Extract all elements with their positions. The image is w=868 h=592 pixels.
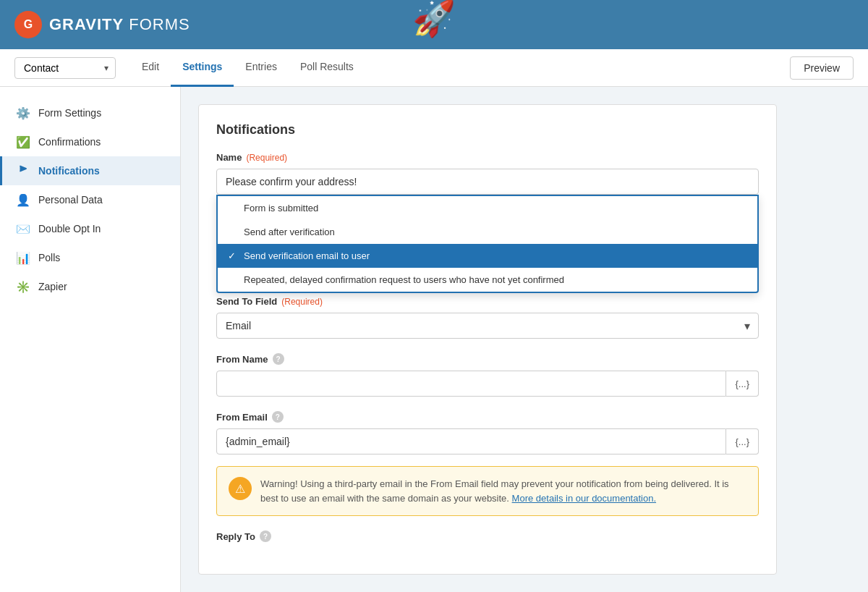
chart-icon: 📊 [17,251,30,264]
from-email-label: From Email ? [216,411,759,423]
reply-to-help-icon[interactable]: ? [260,530,271,542]
dropdown-option-form-submitted[interactable]: Form is submitted [218,196,757,220]
name-label: Name (Required) [216,152,759,163]
from-name-label: From Name ? [216,353,759,365]
logo: G GRAVITY FORMS [14,11,190,38]
sidebar-label-double-opt-in: Double Opt In [38,223,101,234]
check-circle-icon: ✅ [17,135,30,148]
sidebar-item-form-settings[interactable]: ⚙️ Form Settings [0,98,180,127]
form-select-wrapper[interactable]: Contact ▾ [14,57,116,79]
person-icon: 👤 [17,193,30,206]
preview-button[interactable]: Preview [790,56,854,80]
dropdown-option-send-verification-email[interactable]: ✓ Send verification email to user [218,244,757,268]
form-selector[interactable]: Contact [14,57,116,79]
send-to-field-group: Send To Field (Required) Email ▾ [216,296,759,339]
send-to-field-select-wrapper: Email ▾ [216,313,759,339]
send-to-field-required: (Required) [281,297,323,307]
sidebar-label-notifications: Notifications [38,165,100,177]
from-name-input-wrapper: {...} [216,371,759,397]
name-input[interactable] [216,169,759,195]
from-name-group: From Name ? {...} [216,353,759,397]
send-to-field-select[interactable]: Email [216,313,759,339]
navbar: Contact ▾ Edit Settings Entries Poll Res… [0,49,868,87]
content-panel: Notifications Name (Required) Form is su… [198,104,777,575]
logo-text: GRAVITY FORMS [49,15,190,34]
from-email-warning-box: ⚠ Warning! Using a third-party email in … [216,466,759,516]
dropdown-option-send-after-verification[interactable]: Send after verification [218,220,757,244]
check-selected-icon: ✓ [228,250,239,261]
sidebar-item-confirmations[interactable]: ✅ Confirmations [0,127,180,156]
flag-icon [17,164,30,177]
from-email-merge-button[interactable]: {...} [726,428,759,454]
tab-poll-results[interactable]: Poll Results [289,49,365,87]
sidebar-item-zapier[interactable]: ✳️ Zapier [0,272,180,301]
from-name-merge-button[interactable]: {...} [726,371,759,397]
from-email-input-wrapper: {...} [216,428,759,454]
tab-settings[interactable]: Settings [171,49,234,87]
name-required: (Required) [246,153,287,163]
logo-icon: G [14,11,42,38]
warning-documentation-link[interactable]: More details in our documentation. [512,493,656,504]
sidebar-label-form-settings: Form Settings [38,107,101,119]
sidebar-label-polls: Polls [38,252,60,263]
nav-tabs: Edit Settings Entries Poll Results [130,49,365,86]
tab-entries[interactable]: Entries [234,49,289,87]
tab-edit[interactable]: Edit [130,49,171,87]
sidebar-item-personal-data[interactable]: 👤 Personal Data [0,185,180,214]
sidebar-item-notifications[interactable]: Notifications [0,156,180,185]
from-name-input[interactable] [216,371,726,397]
gear-icon: ⚙️ [17,106,30,119]
sidebar-label-confirmations: Confirmations [38,136,101,148]
name-field-group: Name (Required) Form is submitted Send a… [216,152,759,195]
main-layout: ⚙️ Form Settings ✅ Confirmations Notific… [0,87,868,592]
sidebar-label-zapier: Zapier [38,281,67,292]
sidebar-item-double-opt-in[interactable]: ✉️ Double Opt In [0,214,180,243]
zapier-icon: ✳️ [17,280,30,293]
warning-text: Warning! Using a third-party email in th… [260,477,746,505]
from-email-help-icon[interactable]: ? [272,411,284,423]
sidebar: ⚙️ Form Settings ✅ Confirmations Notific… [0,87,181,592]
envelope-icon: ✉️ [17,222,30,235]
from-email-group: From Email ? {...} ⚠ Warning! Using a th… [216,411,759,516]
dropdown-option-repeated-delayed[interactable]: Repeated, delayed confirmation request t… [218,268,757,292]
reply-to-label: Reply To ? [216,530,759,542]
send-to-field-label: Send To Field (Required) [216,296,759,307]
from-email-input[interactable] [216,428,726,454]
app-header: G GRAVITY FORMS 🚀 [0,0,868,49]
content-area: Notifications Name (Required) Form is su… [181,87,868,592]
reply-to-group: Reply To ? [216,530,759,542]
sidebar-label-personal-data: Personal Data [38,194,103,206]
panel-title: Notifications [216,122,759,138]
from-name-help-icon[interactable]: ? [273,353,284,365]
warning-icon: ⚠ [229,477,252,500]
sidebar-item-polls[interactable]: 📊 Polls [0,243,180,272]
name-input-wrapper: Form is submitted Send after verificatio… [216,169,759,195]
event-dropdown-menu: Form is submitted Send after verificatio… [216,195,759,293]
rocket-decoration: 🚀 [412,0,456,39]
